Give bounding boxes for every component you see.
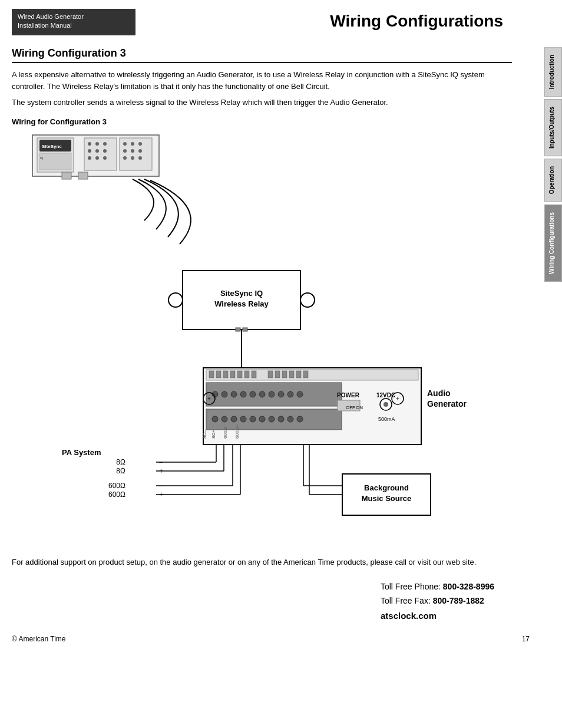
svg-point-24 xyxy=(131,156,134,160)
svg-rect-50 xyxy=(303,371,308,378)
svg-text:Background: Background xyxy=(364,483,409,492)
svg-point-70 xyxy=(259,416,265,422)
side-tabs: Introduction Inputs/Outputs Operation Wi… xyxy=(544,47,562,284)
svg-text:Wireless Relay: Wireless Relay xyxy=(214,299,269,308)
svg-point-13 xyxy=(88,156,91,160)
svg-text:Music Source: Music Source xyxy=(361,494,411,503)
svg-point-12 xyxy=(103,149,107,153)
svg-point-57 xyxy=(259,391,265,397)
svg-text:Generator: Generator xyxy=(427,399,467,409)
svg-point-56 xyxy=(250,391,256,397)
svg-rect-34 xyxy=(236,328,240,331)
svg-point-53 xyxy=(222,391,227,397)
svg-point-25 xyxy=(138,156,142,160)
svg-rect-4 xyxy=(39,153,71,170)
svg-text:8Ω+: 8Ω+ xyxy=(211,429,216,438)
footer-section: For additional support on product setup,… xyxy=(0,545,541,630)
svg-text:+: + xyxy=(159,490,163,499)
copyright: © American Time xyxy=(12,635,66,643)
svg-rect-103 xyxy=(342,474,431,515)
phone-label: Toll Free Phone: xyxy=(381,582,443,591)
svg-text:+: + xyxy=(159,467,163,475)
svg-rect-48 xyxy=(289,371,294,378)
svg-rect-77 xyxy=(338,400,360,411)
svg-point-32 xyxy=(300,293,315,307)
manual-title-line2: Installation Manual xyxy=(18,22,72,29)
svg-point-60 xyxy=(287,391,293,397)
svg-rect-51 xyxy=(206,383,342,406)
svg-point-71 xyxy=(269,416,275,422)
tab-introduction[interactable]: Introduction xyxy=(544,47,562,97)
phone-number: 800-328-8996 xyxy=(443,582,494,591)
manual-title-box: Wired Audio Generator Installation Manua… xyxy=(12,9,135,35)
manual-title-line1: Wired Audio Generator xyxy=(18,13,84,20)
svg-point-17 xyxy=(123,142,127,146)
page-number: 17 xyxy=(522,635,530,643)
tab-operation[interactable]: Operation xyxy=(544,159,562,202)
svg-point-8 xyxy=(95,142,99,146)
svg-point-19 xyxy=(138,142,142,146)
svg-rect-16 xyxy=(120,138,152,170)
tab-inputs-outputs[interactable]: Inputs/Outputs xyxy=(544,99,562,156)
svg-text:600Ω+: 600Ω+ xyxy=(234,424,240,438)
svg-point-54 xyxy=(231,391,237,397)
svg-point-18 xyxy=(131,142,134,146)
svg-rect-6 xyxy=(84,138,117,170)
svg-point-74 xyxy=(297,416,303,422)
svg-point-55 xyxy=(240,391,246,397)
phone-line: Toll Free Phone: 800-328-8996 xyxy=(381,580,494,594)
svg-point-11 xyxy=(95,149,99,153)
description-1: A less expensive alternative to wireless… xyxy=(12,69,512,92)
svg-rect-0 xyxy=(32,135,159,176)
svg-point-59 xyxy=(278,391,284,397)
svg-point-69 xyxy=(250,416,256,422)
svg-rect-40 xyxy=(223,371,228,378)
svg-rect-44 xyxy=(252,371,256,378)
svg-point-80 xyxy=(380,398,392,410)
svg-text:Audio: Audio xyxy=(427,388,451,398)
page-title: Wiring Configurations xyxy=(135,9,550,31)
svg-point-10 xyxy=(88,149,91,153)
svg-text:500mA: 500mA xyxy=(378,416,395,422)
svg-rect-1 xyxy=(37,138,74,172)
svg-point-20 xyxy=(123,149,127,153)
svg-point-61 xyxy=(297,391,303,397)
svg-text:12VDC: 12VDC xyxy=(376,392,395,398)
fax-label: Toll Free Fax: xyxy=(381,596,433,605)
fax-line: Toll Free Fax: 800-789-1882 xyxy=(381,594,494,608)
svg-rect-35 xyxy=(243,328,247,331)
diagram-svg: SiteSync IQ SiteSync IQ Wireless xyxy=(15,132,510,533)
svg-point-67 xyxy=(231,416,237,422)
svg-rect-39 xyxy=(216,371,221,378)
section-title: Wiring Configuration 3 xyxy=(12,47,512,63)
tab-wiring-configurations[interactable]: Wiring Configurations xyxy=(544,205,562,282)
svg-rect-45 xyxy=(268,371,273,378)
diagram-section-title: Wiring for Configuration 3 xyxy=(12,117,512,126)
svg-point-14 xyxy=(95,156,99,160)
header: Wired Audio Generator Installation Manua… xyxy=(0,0,562,41)
svg-rect-36 xyxy=(203,368,421,444)
svg-text:ON: ON xyxy=(356,405,363,410)
svg-text:+: + xyxy=(207,396,211,402)
svg-text:OFF: OFF xyxy=(346,405,355,410)
svg-rect-26 xyxy=(62,172,71,179)
contact-info: Toll Free Phone: 800-328-8996 Toll Free … xyxy=(381,580,494,623)
svg-text:8Ω: 8Ω xyxy=(116,467,125,475)
svg-rect-41 xyxy=(230,371,235,378)
svg-point-73 xyxy=(287,416,293,422)
svg-rect-2 xyxy=(39,140,71,151)
svg-point-23 xyxy=(123,156,127,160)
svg-point-81 xyxy=(384,402,388,407)
svg-rect-49 xyxy=(296,371,301,378)
svg-point-72 xyxy=(278,416,284,422)
svg-rect-64 xyxy=(206,409,342,430)
svg-point-58 xyxy=(269,391,275,397)
svg-rect-37 xyxy=(206,370,418,380)
footer-contact: Toll Free Phone: 800-328-8996 Toll Free … xyxy=(12,580,530,623)
svg-point-82 xyxy=(392,393,404,404)
svg-point-15 xyxy=(103,156,107,160)
svg-point-66 xyxy=(222,416,227,422)
svg-rect-27 xyxy=(78,172,88,179)
svg-rect-47 xyxy=(282,371,287,378)
svg-text:600Ω–: 600Ω– xyxy=(223,424,228,438)
